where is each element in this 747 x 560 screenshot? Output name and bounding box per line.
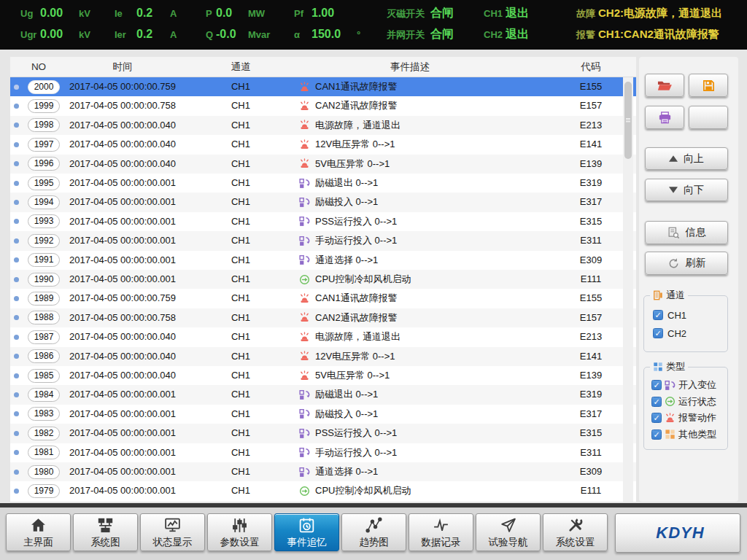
scroll-down-button[interactable]: 向下 xyxy=(645,179,728,201)
row-number-badge: 1997 xyxy=(28,138,60,152)
checkbox-icon[interactable] xyxy=(651,397,662,407)
event-code: E319 xyxy=(562,385,620,404)
event-channel: CH1 xyxy=(204,405,277,424)
checkbox-label: CH1 xyxy=(667,310,686,321)
nav-event-recall[interactable]: 事件追忆 xyxy=(274,513,339,551)
breaker-status-label: 灭磁开关 xyxy=(387,6,430,22)
event-description: 励磁退出 0-->1 xyxy=(315,385,556,404)
checkbox-icon[interactable] xyxy=(653,328,663,338)
event-time: 2017-04-05 00:00:00.001 xyxy=(68,481,177,500)
event-channel: CH1 xyxy=(204,385,277,404)
table-row[interactable]: 19992017-04-05 00:00:00.758CH1CAN2通讯故障报警… xyxy=(10,96,636,115)
nav-trend-chart[interactable]: 趋势图 xyxy=(341,513,406,551)
event-description: 励磁退出 0-->1 xyxy=(315,174,556,192)
table-row[interactable]: 19982017-04-05 00:00:00.040CH1电源故障，通道退出E… xyxy=(10,116,636,135)
checkbox-icon[interactable] xyxy=(651,413,662,423)
blank-button[interactable] xyxy=(689,106,728,129)
row-number-badge: 1992 xyxy=(28,234,60,248)
event-time: 2017-04-05 00:00:00.001 xyxy=(68,231,177,250)
kdyh-logo-text: KDYH xyxy=(656,524,704,542)
table-row[interactable]: 19812017-04-05 00:00:00.001CH1手动运行投入 0--… xyxy=(10,443,636,462)
event-time: 2017-04-05 00:00:00.001 xyxy=(68,174,177,192)
nav-system-diagram[interactable]: 系统图 xyxy=(73,513,138,551)
test-navigation-icon xyxy=(499,516,517,534)
meter-label: Pf xyxy=(294,6,311,22)
table-row[interactable]: 19872017-04-05 00:00:00.040CH1电源故障，通道退出E… xyxy=(10,327,636,346)
event-code: E311 xyxy=(562,231,620,250)
table-row[interactable]: 19882017-04-05 00:00:00.758CH1CAN2通讯故障报警… xyxy=(10,308,636,327)
channel-status-value: 退出 xyxy=(506,7,529,19)
row-bullet-icon xyxy=(14,392,19,397)
table-row[interactable]: 19942017-04-05 00:00:00.001CH1励磁投入 0-->1… xyxy=(10,192,636,211)
scrollbar-thumb[interactable] xyxy=(624,82,632,159)
digital-change-icon xyxy=(299,197,310,208)
vertical-scrollbar[interactable] xyxy=(623,77,633,502)
folder-open-button[interactable] xyxy=(645,74,684,97)
table-row[interactable]: 19892017-04-05 00:00:00.759CH1CAN1通讯故障报警… xyxy=(10,289,636,308)
event-channel: CH1 xyxy=(204,462,277,481)
nav-status-monitor[interactable]: 状态显示 xyxy=(140,513,205,551)
table-row[interactable]: 19952017-04-05 00:00:00.001CH1励磁退出 0-->1… xyxy=(10,174,636,192)
nav-label: 状态显示 xyxy=(153,536,193,549)
type-filter-item[interactable]: 报警动作 xyxy=(651,411,727,425)
channel-filter-item[interactable]: CH2 xyxy=(653,326,727,341)
table-row[interactable]: 19912017-04-05 00:00:00.001CH1通道选择 0-->1… xyxy=(10,251,636,270)
table-row[interactable]: 19852017-04-05 00:00:00.040CH15V电压异常 0--… xyxy=(10,366,636,385)
kdyh-logo-button[interactable]: KDYH xyxy=(615,513,740,553)
event-description: 励磁投入 0-->1 xyxy=(315,192,556,211)
row-number-badge: 1996 xyxy=(28,157,60,171)
event-channel: CH1 xyxy=(204,192,277,211)
row-bullet-icon xyxy=(14,489,19,494)
table-row[interactable]: 19962017-04-05 00:00:00.040CH15V电压异常 0--… xyxy=(10,155,636,174)
nav-system-settings[interactable]: 系统设置 xyxy=(543,513,608,551)
event-description: CAN2通讯故障报警 xyxy=(315,308,556,327)
alert-message-value: CH2:电源故障，通道退出 xyxy=(598,7,722,19)
type-filter-item[interactable]: 其他类型 xyxy=(651,427,727,442)
event-time: 2017-04-05 00:00:00.040 xyxy=(68,347,177,366)
info-button[interactable]: 信息 xyxy=(645,221,728,244)
event-time: 2017-04-05 00:00:00.040 xyxy=(68,327,177,346)
table-row[interactable]: 19972017-04-05 00:00:00.040CH112V电压异常 0-… xyxy=(10,135,636,154)
type-group-title: 类型 xyxy=(666,360,685,373)
table-row[interactable]: 19792017-04-05 00:00:00.001CH1CPU控制冷却风机启… xyxy=(10,481,636,500)
event-time: 2017-04-05 00:00:00.040 xyxy=(68,135,177,154)
table-row[interactable]: 20002017-04-05 00:00:00.759CH1CAN1通讯故障报警… xyxy=(10,77,636,96)
row-number-badge: 1980 xyxy=(28,465,60,479)
event-description: 手动运行投入 0-->1 xyxy=(315,231,556,250)
meter-label: Q xyxy=(206,27,216,43)
table-row[interactable]: 19842017-04-05 00:00:00.001CH1励磁退出 0-->1… xyxy=(10,385,636,404)
table-row[interactable]: 19822017-04-05 00:00:00.001CH1PSS运行投入 0-… xyxy=(10,424,636,443)
table-body: 20002017-04-05 00:00:00.759CH1CAN1通讯故障报警… xyxy=(10,77,636,502)
table-row[interactable]: 19932017-04-05 00:00:00.001CH1PSS运行投入 0-… xyxy=(10,212,636,231)
refresh-button[interactable]: 刷新 xyxy=(645,252,728,275)
checkbox-icon[interactable] xyxy=(651,380,662,390)
print-button[interactable] xyxy=(645,106,684,129)
meter-unit: ° xyxy=(357,27,360,43)
row-number-badge: 1983 xyxy=(28,407,60,421)
row-bullet-icon xyxy=(14,161,19,166)
type-filter-item[interactable]: 运行状态 xyxy=(651,394,727,409)
checkbox-icon[interactable] xyxy=(653,310,663,320)
alert-message-label: 故障 xyxy=(576,6,597,22)
sliders-icon xyxy=(231,516,249,534)
nav-test-navigation[interactable]: 试验导航 xyxy=(476,513,541,551)
save-floppy-button[interactable] xyxy=(689,74,728,97)
event-code: E141 xyxy=(562,135,620,154)
nav-data-record[interactable]: 数据记录 xyxy=(409,513,473,551)
bottom-toolbar: 主界面系统图状态显示参数设置事件追忆趋势图数据记录试验导航系统设置 KDYH xyxy=(0,503,747,560)
digital-change-icon xyxy=(665,380,676,391)
type-filter-item[interactable]: 开入变位 xyxy=(651,378,727,392)
row-bullet-icon xyxy=(14,450,19,455)
table-row[interactable]: 19802017-04-05 00:00:00.001CH1通道选择 0-->1… xyxy=(10,462,636,481)
alarm-lamp-icon xyxy=(299,293,310,304)
table-row[interactable]: 19832017-04-05 00:00:00.001CH1励磁投入 0-->1… xyxy=(10,405,636,424)
nav-home[interactable]: 主界面 xyxy=(6,513,71,551)
nav-sliders[interactable]: 参数设置 xyxy=(207,513,272,551)
scroll-up-button[interactable]: 向上 xyxy=(645,147,728,170)
table-row[interactable]: 19922017-04-05 00:00:00.001CH1手动运行投入 0--… xyxy=(10,231,636,250)
channel-filter-item[interactable]: CH1 xyxy=(653,308,727,322)
table-row[interactable]: 19862017-04-05 00:00:00.040CH112V电压异常 0-… xyxy=(10,347,636,366)
checkbox-icon[interactable] xyxy=(651,429,662,440)
table-row[interactable]: 19902017-04-05 00:00:00.001CH1CPU控制冷却风机启… xyxy=(10,270,636,289)
status-topbar: Ug0.00kVUgr0.00kVIe0.2AIer0.2AP0.0MWQ-0.… xyxy=(0,0,747,50)
